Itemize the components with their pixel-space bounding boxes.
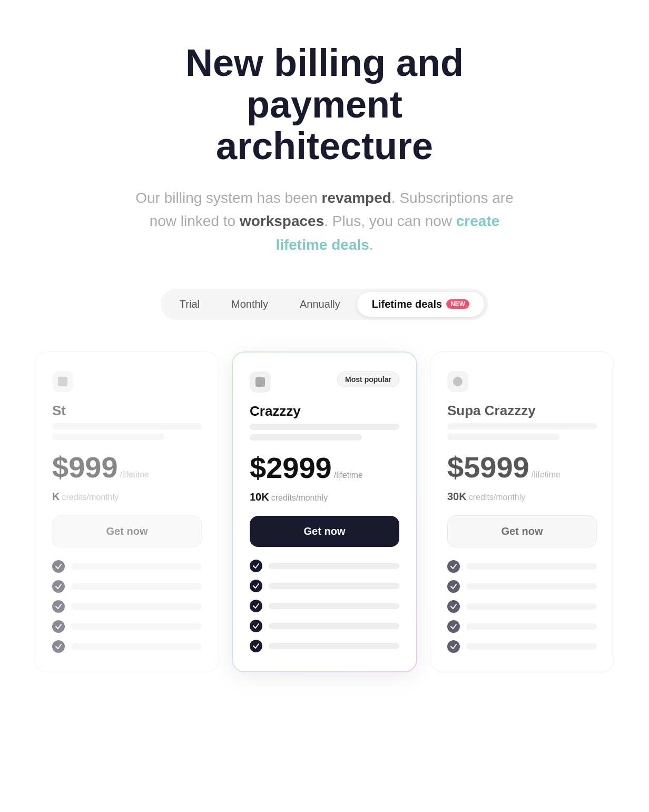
credits-right: 30K credits/monthly xyxy=(447,491,597,503)
credits-center: 10K credits/monthly xyxy=(250,491,399,503)
check-icon xyxy=(250,580,262,592)
plan-name-skeleton-left: St xyxy=(52,400,202,440)
check-icon xyxy=(250,600,262,612)
skeleton xyxy=(52,423,202,429)
feature-text xyxy=(269,623,399,629)
plan-card-center: Most popular Crazzzy $2999 /lifetime 10K… xyxy=(232,351,417,672)
tab-lifetime[interactable]: Lifetime deals NEW xyxy=(357,292,484,317)
price-row-left: $999 /lifetime xyxy=(52,453,202,482)
billing-tabs: Trial Monthly Annually Lifetime deals NE… xyxy=(161,289,488,320)
feature-item xyxy=(52,600,202,613)
feature-item xyxy=(447,600,597,613)
plan-name-skeleton-center: Crazzzy xyxy=(250,401,399,441)
feature-item xyxy=(52,580,202,593)
feature-text xyxy=(466,563,597,570)
feature-text xyxy=(269,643,399,649)
period-center: /lifetime xyxy=(334,471,363,480)
tab-annually[interactable]: Annually xyxy=(285,292,355,317)
features-right xyxy=(447,560,597,653)
tab-monthly[interactable]: Monthly xyxy=(217,292,283,317)
price-right: $5999 xyxy=(447,453,529,482)
price-center: $2999 xyxy=(250,453,332,483)
svg-point-2 xyxy=(453,377,463,386)
check-icon xyxy=(447,560,460,573)
feature-item xyxy=(250,580,399,592)
feature-text xyxy=(269,563,399,569)
feature-item xyxy=(52,640,202,653)
feature-item xyxy=(250,600,399,612)
skeleton xyxy=(447,434,559,440)
get-now-center[interactable]: Get now xyxy=(250,516,399,547)
plans-container: St $999 /lifetime K credits/monthly Get … xyxy=(35,351,614,672)
feature-item xyxy=(447,640,597,653)
features-center xyxy=(250,560,399,652)
credits-left: K credits/monthly xyxy=(52,491,202,503)
svg-rect-0 xyxy=(58,377,67,386)
feature-item xyxy=(447,620,597,633)
plan-icon-center xyxy=(250,371,271,393)
page-container: New billing and payment architecture Our… xyxy=(0,0,649,715)
check-icon xyxy=(447,600,460,613)
feature-item xyxy=(52,560,202,573)
feature-text xyxy=(466,623,597,630)
price-row-right: $5999 /lifetime xyxy=(447,453,597,482)
get-now-left[interactable]: Get now xyxy=(52,515,202,547)
feature-text xyxy=(466,583,597,590)
price-left: $999 xyxy=(52,453,118,482)
period-right: /lifetime xyxy=(532,470,560,480)
skeleton xyxy=(447,423,597,429)
plan-header-center: Most popular xyxy=(250,371,399,393)
feature-text xyxy=(466,603,597,610)
plan-card-left: St $999 /lifetime K credits/monthly Get … xyxy=(35,351,219,672)
plan-name-center: Crazzzy xyxy=(250,403,399,419)
features-left xyxy=(52,560,202,653)
new-badge: NEW xyxy=(446,299,469,309)
feature-text xyxy=(71,583,202,590)
feature-item xyxy=(250,640,399,652)
get-now-right[interactable]: Get now xyxy=(447,515,597,547)
feature-text xyxy=(466,643,597,650)
check-icon xyxy=(52,620,65,633)
feature-text xyxy=(71,603,202,610)
feature-text xyxy=(71,563,202,570)
check-icon xyxy=(52,640,65,653)
feature-item xyxy=(52,620,202,633)
check-icon xyxy=(52,560,65,573)
plan-icon-left xyxy=(52,371,73,392)
check-icon xyxy=(52,580,65,593)
plan-name-skeleton-right: Supa Crazzzy xyxy=(447,400,597,440)
check-icon xyxy=(447,580,460,593)
check-icon xyxy=(250,620,262,632)
plan-card-right: Supa Crazzzy $5999 /lifetime 30K credits… xyxy=(430,351,614,672)
feature-item xyxy=(250,620,399,632)
feature-text xyxy=(71,643,202,650)
feature-item xyxy=(447,580,597,593)
hero-subtitle: Our billing system has been revamped. Su… xyxy=(135,187,514,257)
skeleton xyxy=(250,424,399,430)
price-row-center: $2999 /lifetime xyxy=(250,453,399,483)
check-icon xyxy=(250,560,262,572)
svg-rect-1 xyxy=(255,377,265,387)
plan-name-right: Supa Crazzzy xyxy=(447,403,597,419)
feature-text xyxy=(71,623,202,630)
feature-text xyxy=(269,603,399,609)
check-icon xyxy=(52,600,65,613)
period-left: /lifetime xyxy=(120,470,149,480)
plan-name-left: St xyxy=(52,403,202,419)
feature-item xyxy=(447,560,597,573)
feature-text xyxy=(269,583,399,589)
tab-trial[interactable]: Trial xyxy=(165,292,214,317)
skeleton xyxy=(250,434,362,441)
page-title: New billing and payment architecture xyxy=(140,42,509,168)
most-popular-badge: Most popular xyxy=(337,371,399,387)
feature-item xyxy=(250,560,399,572)
check-icon xyxy=(447,620,460,633)
plan-icon-right xyxy=(447,371,468,392)
check-icon xyxy=(250,640,262,652)
skeleton xyxy=(52,434,164,440)
check-icon xyxy=(447,640,460,653)
